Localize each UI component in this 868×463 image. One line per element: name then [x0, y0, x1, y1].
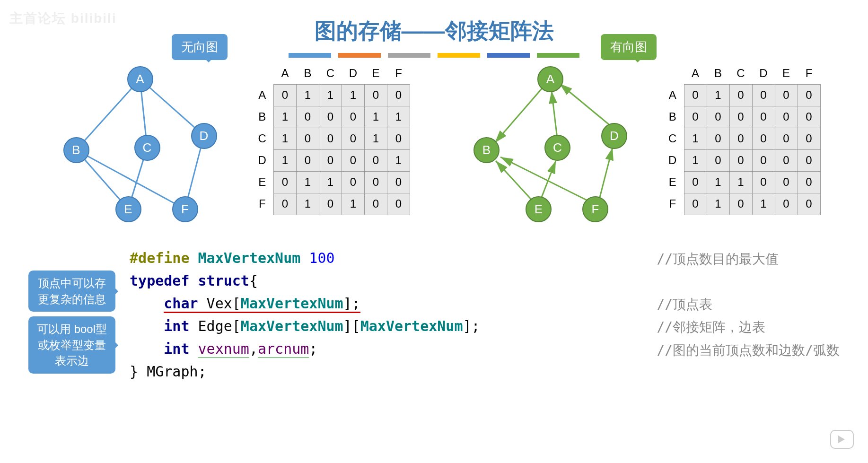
- directed-matrix: ABCDEFA010000B000000C100000D100000E01100…: [661, 62, 821, 215]
- matrix-cell: 1: [365, 106, 387, 128]
- matrix-cell: 0: [342, 171, 365, 193]
- directed-section: 有向图 A B C D E F ABCDEFA010000B000000C100…: [458, 44, 821, 223]
- node-e: E: [115, 196, 141, 222]
- code-comments: //顶点数目的最大值 //顶点表//邻接矩阵，边表//图的当前顶点数和边数/弧数: [657, 247, 840, 362]
- matrix-cell: 1: [707, 84, 729, 106]
- matrix-cell: 0: [707, 106, 729, 128]
- col-header: F: [798, 62, 820, 84]
- matrix-cell: 0: [798, 128, 820, 149]
- matrix-cell: 0: [319, 149, 342, 171]
- matrix-cell: 1: [342, 84, 365, 106]
- matrix-cell: 0: [319, 128, 342, 149]
- row-header: F: [251, 193, 274, 215]
- svg-line-13: [600, 148, 613, 197]
- col-header: A: [274, 62, 297, 84]
- svg-line-10: [496, 161, 534, 202]
- matrix-cell: 0: [387, 171, 410, 193]
- node-b: B: [473, 137, 500, 163]
- node-d: D: [601, 123, 627, 149]
- col-header: B: [707, 62, 729, 84]
- row-header: D: [251, 149, 274, 171]
- svg-line-12: [500, 157, 590, 202]
- matrix-cell: 0: [798, 171, 820, 193]
- node-a: A: [127, 66, 153, 92]
- col-header: D: [342, 62, 365, 84]
- matrix-cell: 1: [297, 171, 319, 193]
- undirected-graph: 无向图 A B C D E F: [48, 44, 237, 223]
- matrix-cell: 0: [752, 149, 775, 171]
- node-e: E: [526, 196, 552, 222]
- matrix-cell: 0: [752, 128, 775, 149]
- matrix-cell: 0: [752, 171, 775, 193]
- matrix-cell: 0: [775, 84, 798, 106]
- svg-line-11: [541, 161, 556, 200]
- matrix-cell: 1: [684, 149, 707, 171]
- matrix-cell: 0: [752, 84, 775, 106]
- matrix-cell: 1: [319, 84, 342, 106]
- matrix-cell: 0: [729, 84, 752, 106]
- row-header: B: [251, 106, 274, 128]
- node-c: C: [544, 135, 570, 161]
- matrix-cell: 0: [387, 84, 410, 106]
- node-f: F: [172, 196, 198, 222]
- col-header: B: [297, 62, 319, 84]
- matrix-cell: 0: [798, 106, 820, 128]
- matrix-cell: 0: [365, 193, 387, 215]
- matrix-cell: 0: [775, 193, 798, 215]
- svg-line-8: [552, 91, 557, 138]
- matrix-cell: 1: [729, 171, 752, 193]
- col-header: D: [752, 62, 775, 84]
- matrix-cell: 0: [342, 106, 365, 128]
- matrix-cell: 0: [775, 106, 798, 128]
- matrix-cell: 0: [297, 149, 319, 171]
- directed-tag: 有向图: [601, 34, 657, 60]
- matrix-cell: 0: [387, 193, 410, 215]
- matrix-cell: 0: [274, 193, 297, 215]
- matrix-cell: 0: [365, 84, 387, 106]
- annotation-bubbles: 顶点中可以存 更复杂的信息 可以用 bool型 或枚举型变量 表示边: [28, 271, 115, 374]
- matrix-cell: 1: [319, 171, 342, 193]
- col-header: A: [684, 62, 707, 84]
- play-icon[interactable]: [830, 430, 854, 449]
- row-header: F: [661, 193, 684, 215]
- matrix-cell: 0: [274, 171, 297, 193]
- row-header: B: [661, 106, 684, 128]
- matrix-cell: 1: [274, 149, 297, 171]
- matrix-cell: 1: [274, 106, 297, 128]
- matrix-cell: 0: [775, 149, 798, 171]
- node-a: A: [537, 66, 563, 92]
- matrix-cell: 1: [297, 193, 319, 215]
- matrix-cell: 1: [387, 149, 410, 171]
- matrix-cell: 0: [319, 106, 342, 128]
- node-d: D: [191, 123, 217, 149]
- svg-line-9: [560, 84, 614, 129]
- matrix-cell: 1: [387, 106, 410, 128]
- bubble-vertex-info: 顶点中可以存 更复杂的信息: [28, 271, 115, 312]
- matrix-cell: 0: [297, 128, 319, 149]
- watermark: 主首论坛 bilibili: [9, 9, 117, 27]
- row-header: D: [661, 149, 684, 171]
- undirected-matrix: ABCDEFA011100B100011C100010D100001E01100…: [251, 62, 411, 215]
- svg-line-0: [76, 79, 140, 150]
- matrix-cell: 0: [342, 149, 365, 171]
- matrix-cell: 0: [798, 84, 820, 106]
- matrix-cell: 0: [342, 128, 365, 149]
- col-header: C: [319, 62, 342, 84]
- col-header: E: [365, 62, 387, 84]
- matrix-cell: 0: [707, 149, 729, 171]
- matrix-cell: 0: [707, 128, 729, 149]
- matrix-cell: 0: [729, 106, 752, 128]
- matrix-cell: 0: [798, 149, 820, 171]
- matrix-cell: 0: [319, 193, 342, 215]
- node-b: B: [63, 137, 89, 163]
- row-header: C: [661, 128, 684, 149]
- row-header: E: [251, 171, 274, 193]
- matrix-cell: 0: [365, 171, 387, 193]
- row-header: C: [251, 128, 274, 149]
- undirected-section: 无向图 A B C D E F ABCDEFA011100B100011C100…: [48, 44, 411, 223]
- matrix-cell: 0: [684, 193, 707, 215]
- node-c: C: [134, 135, 160, 161]
- matrix-cell: 0: [274, 84, 297, 106]
- matrix-cell: 0: [752, 106, 775, 128]
- matrix-cell: 0: [297, 106, 319, 128]
